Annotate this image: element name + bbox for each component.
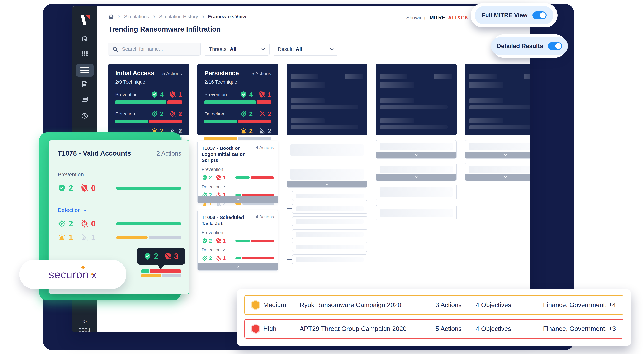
detection-label[interactable]: Detection — [202, 184, 274, 190]
full-mitre-view-label: Full MITRE View — [482, 12, 528, 19]
breadcrumb: › Simulations › Simulation History › Fra… — [108, 14, 246, 20]
prevention-bar — [236, 240, 274, 242]
technique-card-t1053[interactable]: T1053 - Scheduled Task/ Job 4 Actions Pr… — [198, 210, 278, 270]
sidebar-item-integrations[interactable] — [81, 96, 88, 104]
technique-actions-count: 4 Actions — [256, 214, 274, 226]
search-box[interactable] — [108, 43, 201, 56]
skeleton-bar — [296, 194, 364, 198]
terminal-icon — [81, 96, 88, 104]
expand-card-button[interactable] — [376, 152, 456, 158]
not-detected-count: 0 — [91, 219, 96, 228]
full-mitre-view-toggle[interactable] — [532, 12, 546, 19]
skeleton-bar — [291, 126, 358, 129]
skeleton-bar — [296, 206, 364, 211]
tactic-card-skeleton — [286, 64, 368, 136]
sidebar-item-home[interactable] — [81, 35, 88, 42]
campaign-industries: Finance, Government, +3 — [529, 325, 616, 332]
technique-card-skeleton — [376, 184, 456, 200]
tree-connector — [286, 208, 292, 209]
bar-segment-detected — [115, 120, 148, 123]
prevention-bar — [204, 100, 271, 104]
skeleton-bar — [380, 118, 414, 123]
bar-segment-prevented — [236, 176, 250, 179]
tree-connector — [286, 221, 292, 222]
not-prevented-count: 1 — [268, 91, 271, 98]
shield-slash-icon — [169, 91, 176, 98]
detection-bar — [236, 257, 274, 260]
shield-check-icon — [240, 91, 247, 98]
technique-card-t1037[interactable]: T1037 - Booth or Logon Initialization Sc… — [198, 140, 278, 204]
integration-prevention-bar[interactable] — [141, 270, 181, 273]
skeleton-bar — [296, 219, 364, 224]
skeleton-bar — [291, 106, 358, 109]
prevented-count: 4 — [249, 91, 253, 98]
expand-card-button[interactable] — [465, 174, 530, 180]
technique-title: T1037 - Booth or Logon Initialization Sc… — [202, 145, 254, 163]
toggle-knob — [540, 12, 546, 18]
app-logo — [80, 14, 90, 26]
tree-connector — [286, 188, 287, 260]
not-prevented-count: 1 — [223, 238, 226, 244]
bar-segment-prevented — [204, 100, 256, 104]
tactic-card-initial-access[interactable]: Initial Access 5 Actions 2/9 Technique P… — [108, 64, 189, 136]
detection-toggle[interactable]: Detection — [58, 207, 181, 213]
prevented-count: 2 — [209, 174, 212, 180]
detection-label[interactable]: Detection — [202, 248, 274, 252]
bar-segment-not-alerted — [238, 137, 271, 140]
not-detected-count: 2 — [178, 110, 182, 118]
detection-bar — [115, 120, 182, 123]
expand-card-button[interactable] — [198, 264, 278, 270]
target-hit-icon — [58, 220, 66, 228]
result-value: All — [296, 46, 302, 52]
expand-card-button[interactable] — [198, 196, 278, 203]
campaign-row-ryuk[interactable]: Medium Ryuk Ransomware Campaign 2020 3 A… — [244, 295, 624, 315]
skeleton-bar — [469, 74, 496, 80]
expand-card-button[interactable] — [465, 152, 530, 158]
expand-card-button[interactable] — [376, 174, 456, 180]
tactic-card-persistence[interactable]: Persistence 5 Actions 2/16 Technique Pre… — [198, 64, 278, 136]
campaign-actions: 3 Actions — [436, 301, 476, 308]
breadcrumb-item-simulation-history[interactable]: Simulation History — [159, 14, 198, 19]
technique-card-skeleton — [376, 205, 456, 220]
bar-segment-not-alerted — [162, 274, 181, 278]
shield-slash-icon — [80, 184, 88, 192]
campaign-row-apt29[interactable]: High APT29 Threat Group Campaign 2020 5 … — [244, 319, 624, 338]
campaign-name: Ryuk Ransomware Campaign 2020 — [300, 301, 436, 308]
sidebar-item-apps[interactable] — [81, 50, 88, 58]
skeleton-bar — [290, 144, 364, 156]
detailed-results-pill: Detailed Results — [492, 34, 567, 58]
sidebar-item-simulations-active[interactable] — [76, 64, 94, 76]
target-hit-icon — [202, 255, 208, 261]
tooltip-pointer — [157, 264, 165, 270]
prevention-label: Prevention — [202, 167, 274, 172]
breadcrumb-item-simulations[interactable]: Simulations — [124, 14, 149, 19]
search-input[interactable] — [122, 46, 190, 52]
prevention-label: Prevention — [58, 171, 181, 178]
campaign-objectives: 4 Objectives — [476, 301, 529, 308]
collapse-card-button[interactable] — [287, 180, 367, 187]
chevron-down-icon — [222, 248, 225, 251]
detailed-results-toggle[interactable] — [548, 42, 562, 50]
tactic-card-skeleton — [376, 64, 456, 136]
bar-segment-not-alerted — [148, 236, 181, 239]
integration-alert-bar[interactable] — [141, 274, 181, 278]
shield-check-icon — [151, 91, 158, 98]
result-dropdown[interactable]: Result:All — [272, 43, 338, 56]
skeleton-bar — [290, 169, 364, 180]
sidebar-item-history[interactable] — [81, 112, 88, 120]
bar-segment-detected — [116, 222, 181, 225]
threats-dropdown[interactable]: Threats:All — [204, 43, 270, 56]
skeleton-bar — [380, 209, 453, 217]
breadcrumb-home-icon[interactable] — [108, 14, 114, 20]
shield-check-icon — [202, 174, 208, 181]
tactic-technique-count: 2/16 Technique — [204, 79, 271, 85]
sidebar-item-reports[interactable] — [81, 80, 88, 88]
tactic-card-skeleton — [465, 64, 530, 136]
tactic-actions-count: 5 Actions — [162, 71, 182, 76]
bar-segment-not-detected — [242, 194, 274, 196]
not-alerted-count: 2 — [268, 128, 271, 135]
bar-segment-detected — [204, 120, 237, 123]
bar-segment-not-detected — [242, 257, 274, 260]
threats-value: All — [230, 46, 236, 52]
siren-icon — [58, 233, 66, 242]
